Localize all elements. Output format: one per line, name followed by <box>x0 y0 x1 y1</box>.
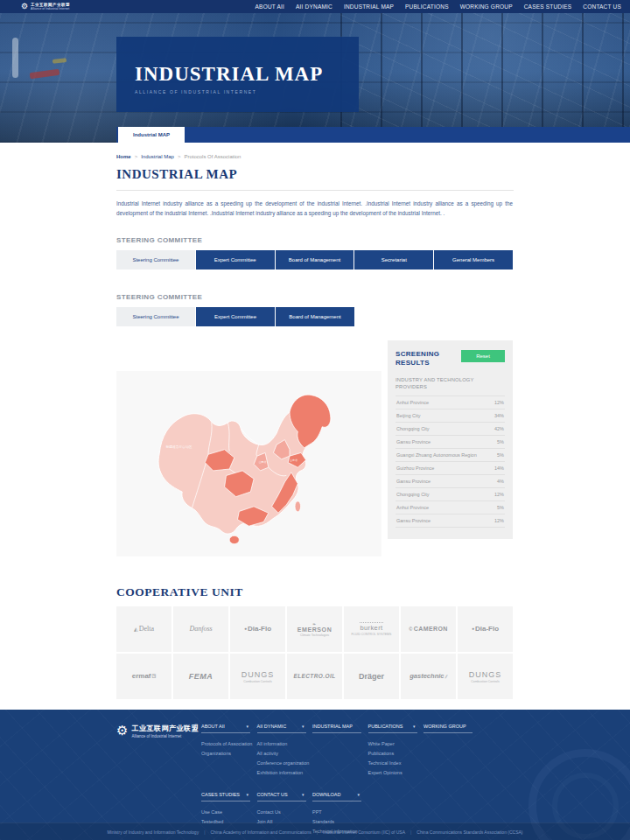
province-value: 14% <box>494 466 504 471</box>
nav-item[interactable]: CASES STUDIES <box>524 4 572 10</box>
footer-link[interactable]: Exhibition information <box>257 768 310 778</box>
footer-link[interactable]: Contact Us <box>257 808 310 817</box>
partner-logo-sub: Climate Technologies <box>300 634 329 637</box>
partner-logo[interactable]: Dräger <box>344 654 399 699</box>
province-value: 5% <box>497 505 504 510</box>
footer-column-title[interactable]: INDUSTRIAL MAP <box>312 724 361 733</box>
partner-logo[interactable]: burkert FLUID CONTROL SYSTEMS <box>344 606 399 652</box>
footer-link[interactable]: Expert Opinions <box>368 768 421 778</box>
hero-title-panel: INDUSTRIAL MAP ALLIANCE OF INDUSTRIAL IN… <box>116 37 359 112</box>
nav-item[interactable]: CONTACT US <box>583 4 621 10</box>
screening-row[interactable]: Anhui Province 5% <box>396 500 505 514</box>
footer-bottom-link[interactable]: China Communications Standards Associati… <box>405 830 522 835</box>
footer-link[interactable]: Protocols of Association <box>201 739 254 749</box>
nav-item[interactable]: AII DYNAMIC <box>296 4 332 10</box>
hero-active-tab[interactable]: Industrial MAP <box>118 127 185 143</box>
committee-tab[interactable]: General Members <box>434 250 513 270</box>
partner-logo-sub: Combustion Controls <box>471 680 500 683</box>
footer-link[interactable]: Conference organization <box>257 759 310 768</box>
screening-row[interactable]: Chongqing City 12% <box>396 487 505 500</box>
footer-column-title[interactable]: AII DYNAMIC <box>257 724 306 733</box>
hero-photo-scaffold <box>340 13 630 143</box>
province-value: 5% <box>497 439 504 444</box>
partner-logo[interactable]: gastechnic <box>401 654 456 699</box>
footer-link[interactable]: All activity <box>257 749 310 759</box>
top-nav: ABOUT AIIAII DYNAMICINDUSTRIAL MAPPUBLIC… <box>256 4 621 10</box>
province-value: 4% <box>497 479 504 484</box>
nav-item[interactable]: PUBLICATIONS <box>405 4 449 10</box>
screening-row[interactable]: Gansu Province 12% <box>396 514 505 528</box>
footer-column-title[interactable]: ABOUT AII <box>201 724 250 733</box>
footer-link[interactable]: White Paper <box>368 739 421 749</box>
footer-column-title[interactable]: WORKING GROUP <box>424 724 472 733</box>
breadcrumb-industrial-map[interactable]: Industrial Map <box>141 154 174 159</box>
partner-logo[interactable]: Dia-Flo <box>230 606 285 652</box>
partner-logo-label: Dräger <box>359 672 384 681</box>
footer-link[interactable]: Use Case <box>201 808 254 817</box>
screening-row[interactable]: Gansu Province 4% <box>396 474 505 487</box>
partner-logo[interactable]: Danfoss <box>173 606 228 652</box>
committee-tab[interactable]: Board of Management <box>276 307 354 326</box>
partner-logo-label: DUNGS <box>242 670 275 679</box>
breadcrumb: Home > Industrial Map > Protocols Of Ass… <box>116 154 514 159</box>
screening-row[interactable]: Beijing City 34% <box>396 409 505 422</box>
footer-column-title[interactable]: CONTACT US <box>257 792 306 802</box>
province-name: Guangxi Zhuang Autonomous Region <box>396 452 477 458</box>
partner-logo[interactable]: EMERSON Climate Technologies <box>287 606 342 652</box>
partner-logo[interactable]: ELECTRO.OIL <box>287 654 342 699</box>
partner-logo-label: ELECTRO.OIL <box>293 673 335 679</box>
footer-bottom-link[interactable]: Ministry of Industry and Information Tec… <box>107 830 199 835</box>
nav-item[interactable]: WORKING GROUP <box>460 4 513 10</box>
screening-row[interactable]: Guangxi Zhuang Autonomous Region 5% <box>396 448 505 461</box>
committee-tab[interactable]: Board of Management <box>276 250 354 270</box>
screening-row[interactable]: Anhui Province 12% <box>396 396 505 409</box>
committee-tab[interactable]: Steering Committee <box>116 307 195 326</box>
committee-tab[interactable]: Secretariat <box>354 250 433 270</box>
footer-link[interactable]: Organizations <box>201 749 254 759</box>
footer-link[interactable]: All information <box>257 739 310 749</box>
province-value: 12% <box>494 518 504 523</box>
partner-logo[interactable]: Delta <box>116 606 172 652</box>
page-description: Industrial Internet industry alliance as… <box>116 200 513 218</box>
partner-logo-sub: Combustion Controls <box>243 680 272 683</box>
hero-banner: INDUSTRIAL MAP ALLIANCE OF INDUSTRIAL IN… <box>0 13 630 143</box>
footer-partner-bar: Ministry of Industry and Information Tec… <box>0 822 630 840</box>
partner-logo-label: burkert <box>360 622 382 632</box>
breadcrumb-separator: > <box>178 154 181 159</box>
partner-logo[interactable]: FEMA <box>173 654 228 699</box>
hero-photo-plane <box>30 69 60 80</box>
partner-logo[interactable]: DUNGS Combustion Controls <box>230 654 285 699</box>
partner-logo[interactable]: ermaf <box>116 654 172 699</box>
partner-logo[interactable]: DUNGS Combustion Controls <box>458 654 513 699</box>
footer-bottom-link[interactable]: China Academy of Information and Communi… <box>199 830 312 835</box>
screening-row[interactable]: Chongqing City 42% <box>396 422 505 435</box>
breadcrumb-current: Protocols Of Association <box>184 154 241 159</box>
footer-bottom-link[interactable]: Industrial Internet Consortium (IIC) of … <box>312 830 405 835</box>
province-name: Anhui Province <box>396 505 429 510</box>
footer-column-title[interactable]: DOWNLOAD <box>312 792 361 802</box>
footer-brand[interactable]: ⚙ 工业互联网产业联盟 Alliance of Industrial Inter… <box>116 724 201 778</box>
nav-item[interactable]: ABOUT AII <box>256 4 284 10</box>
footer-column-title[interactable]: PUBLICATIONS <box>368 724 417 733</box>
nav-item[interactable]: INDUSTRIAL MAP <box>344 4 394 10</box>
footer-link[interactable]: Technical Index <box>368 759 421 768</box>
map-label-shanxi: 山西省 <box>259 460 267 464</box>
partner-logo[interactable]: Dia-Flo <box>458 606 513 652</box>
breadcrumb-separator: > <box>135 154 138 159</box>
footer-column-title[interactable]: CASES STUDIES <box>201 792 250 802</box>
screening-row[interactable]: Guizhou Province 14% <box>396 461 505 474</box>
reset-button[interactable]: Reset <box>461 350 505 362</box>
footer-link[interactable]: Publications <box>368 749 421 759</box>
partner-logo[interactable]: CAMERON <box>401 606 456 652</box>
china-choropleth-map[interactable]: 新疆维吾尔自治区 山西省 山东省 <box>124 376 374 551</box>
committee-tab[interactable]: Expert Committee <box>196 250 275 270</box>
province-value: 12% <box>494 492 504 497</box>
screening-list: Anhui Province 12% Beijing City 34% Chon… <box>396 396 505 528</box>
committee-tab[interactable]: Steering Committee <box>116 250 195 270</box>
brand[interactable]: ⚙ 工业互联网产业联盟 Alliance of Industrial Inter… <box>21 3 70 10</box>
committee-tab[interactable]: Expert Committee <box>196 307 275 326</box>
screening-row[interactable]: Gansu Province 5% <box>396 435 505 448</box>
partner-logo-sub: FLUID CONTROL SYSTEMS <box>352 633 392 636</box>
breadcrumb-home[interactable]: Home <box>116 154 131 159</box>
footer-link[interactable]: PPT <box>312 808 365 817</box>
